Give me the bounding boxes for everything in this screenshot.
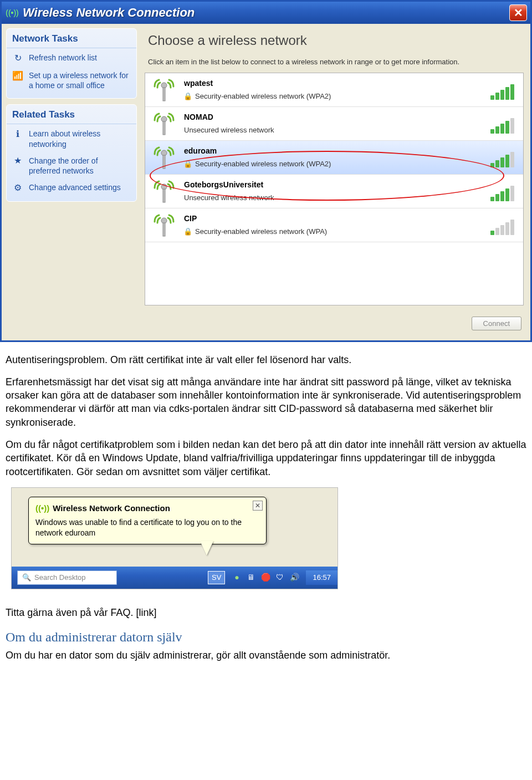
network-task-1-icon: 📶 [12,70,23,81]
language-badge[interactable]: SV [208,571,225,584]
related-task-1-label: Change the order of preferred networks [29,156,131,176]
volume-tray-icon[interactable]: 🔊 [289,573,299,583]
related-task-2-label: Change advanced settings [29,182,121,192]
related-task-2[interactable]: ⚙Change advanced settings [7,178,136,196]
wireless-window: ((•)) Wireless Network Connection ✕ Netw… [0,0,532,342]
network-security: Unsecured wireless network [184,126,480,134]
network-security: 🔒Security-enabled wireless network (WPA) [184,227,480,236]
network-row-eduroam[interactable]: eduroam🔒Security-enabled wireless networ… [145,141,523,175]
close-button[interactable]: ✕ [509,4,527,21]
signal-strength-icon [485,77,519,103]
wireless-icon: ((•)) [5,7,19,19]
paragraph-cert-problem: Om du får något certifikatproblem som i … [6,438,526,478]
network-security: Unsecured wireless network [184,193,480,202]
network-name: eduroam [184,146,480,155]
wireless-icon: ((•)) [35,503,49,514]
main-title: Choose a wireless network [148,33,524,48]
network-name: GoteborgsUniversitet [184,180,480,189]
paragraph-faq: Titta gärna även på vår FAQ. [link] [6,606,526,619]
signal-strength-icon [485,110,519,137]
paragraph-experience: Erfarenhetsmässigt har det visat sig att… [6,375,526,429]
network-tasks-panel: Network Tasks ↻Refresh network list📶Set … [6,28,137,99]
lock-icon: 🔒 [184,160,192,168]
balloon-screenshot: ✕ ((•)) Wireless Network Connection Wind… [11,487,338,589]
title-bar: ((•)) Wireless Network Connection ✕ [2,2,530,24]
network-security: 🔒Security-enabled wireless network (WPA2… [184,160,480,168]
svg-rect-7 [163,189,165,202]
network-task-1[interactable]: 📶Set up a wireless network for a home or… [7,66,136,93]
related-tasks-panel: Related Tasks ℹLearn about wireless netw… [6,104,137,202]
related-task-1-icon: ★ [12,156,23,167]
signal-strength-icon [485,212,519,238]
main-panel: Choose a wireless network Click an item … [141,24,530,340]
balloon-title: Wireless Network Connection [53,503,170,514]
network-task-0-icon: ↻ [12,53,23,64]
network-security: 🔒Security-enabled wireless network (WPA2… [184,92,480,100]
lock-icon: 🔒 [184,93,192,100]
network-name: CIP [184,214,480,223]
related-tasks-header: Related Tasks [7,105,136,124]
taskbar-clock[interactable]: 16:57 [306,570,337,585]
network-disconnected-icon[interactable]: 🛑 [260,573,270,583]
svg-rect-1 [163,88,165,101]
antenna-icon [150,110,178,137]
balloon-text: Windows was unable to find a certificate… [35,517,259,538]
network-row-wpatest[interactable]: wpatest🔒Security-enabled wireless networ… [145,73,523,107]
antenna-icon [150,144,178,171]
network-tray-icon[interactable]: 🖥 [246,573,256,583]
related-task-0[interactable]: ℹLearn about wireless networking [7,124,136,151]
related-task-1[interactable]: ★Change the order of preferred networks [7,151,136,178]
related-task-0-label: Learn about wireless networking [29,129,131,149]
network-task-0[interactable]: ↻Refresh network list [7,48,136,66]
instructions: Click an item in the list below to conne… [148,57,524,67]
shield-tray-icon[interactable]: 🛡 [275,573,285,583]
network-task-1-label: Set up a wireless network for a home or … [29,70,131,90]
search-icon: 🔍 [22,573,31,583]
svg-rect-3 [163,121,165,135]
connect-button[interactable]: Connect [472,317,521,330]
related-task-0-icon: ℹ [12,129,23,140]
lock-icon: 🔒 [184,228,192,236]
network-row-nomad[interactable]: NOMADUnsecured wireless network [145,107,523,141]
balloon-tooltip: ✕ ((•)) Wireless Network Connection Wind… [28,497,267,544]
signal-strength-icon [485,144,519,171]
related-task-2-icon: ⚙ [12,182,23,193]
network-list[interactable]: wpatest🔒Security-enabled wireless networ… [145,73,524,305]
paragraph-admin: Om du har en dator som du själv administ… [6,649,526,662]
balloon-close-icon[interactable]: ✕ [253,501,263,511]
paragraph-auth-problem: Autentiseringsproblem. Om rätt certifika… [6,353,526,366]
document-body: Autentiseringsproblem. Om rätt certifika… [0,353,532,687]
antenna-icon [150,77,178,103]
network-task-0-label: Refresh network list [29,53,97,63]
search-desktop-input[interactable]: 🔍 Search Desktop [17,570,117,585]
svg-rect-9 [163,223,165,236]
network-tasks-header: Network Tasks [7,29,136,48]
system-tray: ● 🖥 🛑 🛡 🔊 [225,573,306,583]
signal-strength-icon [485,178,519,205]
balloon-tail [200,541,213,555]
antenna-icon [150,212,178,238]
window-title: Wireless Network Connection [19,6,509,20]
network-name: NOMAD [184,113,480,121]
svg-rect-5 [163,155,165,169]
taskbar: 🔍 Search Desktop SV ● 🖥 🛑 🛡 🔊 16:57 [12,567,337,589]
network-row-cip[interactable]: CIP🔒Security-enabled wireless network (W… [145,208,523,242]
wireless-tray-icon[interactable]: ● [232,573,242,583]
sidebar: Network Tasks ↻Refresh network list📶Set … [2,24,141,340]
network-row-goteborgsuniversitet[interactable]: GoteborgsUniversitetUnsecured wireless n… [145,175,523,208]
section-heading-admin: Om du administrerar datorn själv [6,628,526,646]
antenna-icon [150,178,178,205]
network-name: wpatest [184,79,480,88]
